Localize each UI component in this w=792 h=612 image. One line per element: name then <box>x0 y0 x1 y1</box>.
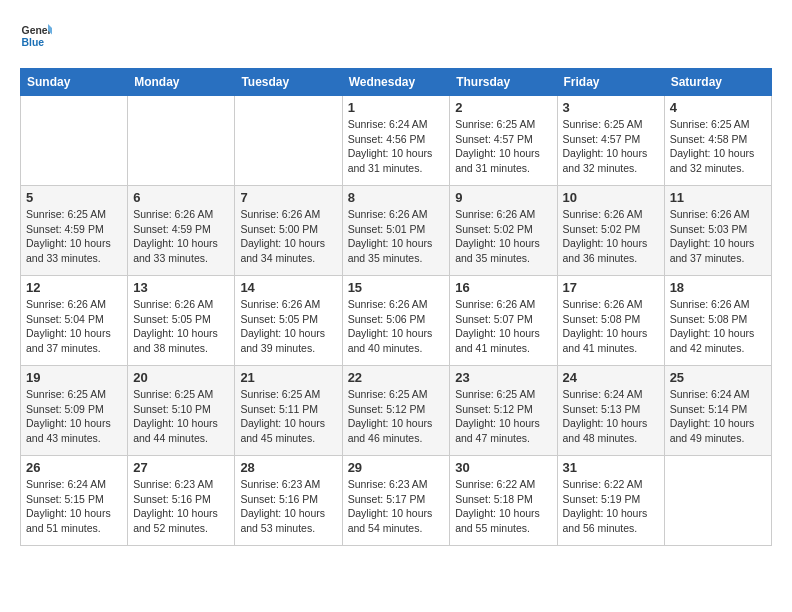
day-number: 13 <box>133 280 229 295</box>
calendar-cell <box>128 96 235 186</box>
calendar-cell <box>664 456 771 546</box>
day-number: 4 <box>670 100 766 115</box>
day-info: Sunrise: 6:25 AM Sunset: 5:11 PM Dayligh… <box>240 387 336 446</box>
logo-icon: General Blue <box>20 20 52 52</box>
calendar-cell: 2Sunrise: 6:25 AM Sunset: 4:57 PM Daylig… <box>450 96 557 186</box>
logo: General Blue <box>20 20 56 52</box>
day-info: Sunrise: 6:25 AM Sunset: 4:57 PM Dayligh… <box>455 117 551 176</box>
calendar-cell: 19Sunrise: 6:25 AM Sunset: 5:09 PM Dayli… <box>21 366 128 456</box>
day-info: Sunrise: 6:26 AM Sunset: 5:07 PM Dayligh… <box>455 297 551 356</box>
svg-text:Blue: Blue <box>22 37 45 48</box>
calendar-cell: 29Sunrise: 6:23 AM Sunset: 5:17 PM Dayli… <box>342 456 450 546</box>
day-info: Sunrise: 6:26 AM Sunset: 5:08 PM Dayligh… <box>563 297 659 356</box>
calendar-cell: 31Sunrise: 6:22 AM Sunset: 5:19 PM Dayli… <box>557 456 664 546</box>
day-info: Sunrise: 6:25 AM Sunset: 5:12 PM Dayligh… <box>455 387 551 446</box>
header-saturday: Saturday <box>664 69 771 96</box>
day-info: Sunrise: 6:26 AM Sunset: 5:02 PM Dayligh… <box>455 207 551 266</box>
day-info: Sunrise: 6:25 AM Sunset: 5:09 PM Dayligh… <box>26 387 122 446</box>
calendar-cell: 10Sunrise: 6:26 AM Sunset: 5:02 PM Dayli… <box>557 186 664 276</box>
calendar-cell: 28Sunrise: 6:23 AM Sunset: 5:16 PM Dayli… <box>235 456 342 546</box>
header-sunday: Sunday <box>21 69 128 96</box>
calendar-header-row: SundayMondayTuesdayWednesdayThursdayFrid… <box>21 69 772 96</box>
day-number: 5 <box>26 190 122 205</box>
calendar-cell: 18Sunrise: 6:26 AM Sunset: 5:08 PM Dayli… <box>664 276 771 366</box>
day-info: Sunrise: 6:22 AM Sunset: 5:19 PM Dayligh… <box>563 477 659 536</box>
calendar-week-5: 26Sunrise: 6:24 AM Sunset: 5:15 PM Dayli… <box>21 456 772 546</box>
day-number: 19 <box>26 370 122 385</box>
day-number: 3 <box>563 100 659 115</box>
calendar-cell: 16Sunrise: 6:26 AM Sunset: 5:07 PM Dayli… <box>450 276 557 366</box>
svg-text:General: General <box>22 25 52 36</box>
day-info: Sunrise: 6:23 AM Sunset: 5:17 PM Dayligh… <box>348 477 445 536</box>
calendar-cell: 20Sunrise: 6:25 AM Sunset: 5:10 PM Dayli… <box>128 366 235 456</box>
day-info: Sunrise: 6:26 AM Sunset: 5:00 PM Dayligh… <box>240 207 336 266</box>
day-number: 23 <box>455 370 551 385</box>
day-number: 1 <box>348 100 445 115</box>
day-info: Sunrise: 6:26 AM Sunset: 5:04 PM Dayligh… <box>26 297 122 356</box>
day-number: 2 <box>455 100 551 115</box>
day-number: 15 <box>348 280 445 295</box>
day-info: Sunrise: 6:24 AM Sunset: 5:14 PM Dayligh… <box>670 387 766 446</box>
day-number: 24 <box>563 370 659 385</box>
calendar-cell: 21Sunrise: 6:25 AM Sunset: 5:11 PM Dayli… <box>235 366 342 456</box>
calendar-cell: 1Sunrise: 6:24 AM Sunset: 4:56 PM Daylig… <box>342 96 450 186</box>
day-number: 22 <box>348 370 445 385</box>
day-info: Sunrise: 6:26 AM Sunset: 5:03 PM Dayligh… <box>670 207 766 266</box>
header-tuesday: Tuesday <box>235 69 342 96</box>
calendar-cell: 12Sunrise: 6:26 AM Sunset: 5:04 PM Dayli… <box>21 276 128 366</box>
calendar-cell: 23Sunrise: 6:25 AM Sunset: 5:12 PM Dayli… <box>450 366 557 456</box>
day-number: 25 <box>670 370 766 385</box>
day-number: 12 <box>26 280 122 295</box>
day-number: 9 <box>455 190 551 205</box>
calendar-cell: 22Sunrise: 6:25 AM Sunset: 5:12 PM Dayli… <box>342 366 450 456</box>
header: General Blue <box>20 20 772 52</box>
header-wednesday: Wednesday <box>342 69 450 96</box>
calendar-cell: 8Sunrise: 6:26 AM Sunset: 5:01 PM Daylig… <box>342 186 450 276</box>
day-info: Sunrise: 6:26 AM Sunset: 5:05 PM Dayligh… <box>240 297 336 356</box>
calendar-week-1: 1Sunrise: 6:24 AM Sunset: 4:56 PM Daylig… <box>21 96 772 186</box>
day-number: 6 <box>133 190 229 205</box>
calendar-week-4: 19Sunrise: 6:25 AM Sunset: 5:09 PM Dayli… <box>21 366 772 456</box>
calendar-cell <box>21 96 128 186</box>
day-number: 27 <box>133 460 229 475</box>
calendar-cell: 17Sunrise: 6:26 AM Sunset: 5:08 PM Dayli… <box>557 276 664 366</box>
day-number: 17 <box>563 280 659 295</box>
calendar-cell: 25Sunrise: 6:24 AM Sunset: 5:14 PM Dayli… <box>664 366 771 456</box>
day-number: 31 <box>563 460 659 475</box>
calendar-week-3: 12Sunrise: 6:26 AM Sunset: 5:04 PM Dayli… <box>21 276 772 366</box>
day-info: Sunrise: 6:26 AM Sunset: 5:02 PM Dayligh… <box>563 207 659 266</box>
day-number: 21 <box>240 370 336 385</box>
day-info: Sunrise: 6:26 AM Sunset: 5:05 PM Dayligh… <box>133 297 229 356</box>
calendar-cell: 24Sunrise: 6:24 AM Sunset: 5:13 PM Dayli… <box>557 366 664 456</box>
day-info: Sunrise: 6:23 AM Sunset: 5:16 PM Dayligh… <box>240 477 336 536</box>
day-number: 18 <box>670 280 766 295</box>
day-info: Sunrise: 6:25 AM Sunset: 4:58 PM Dayligh… <box>670 117 766 176</box>
day-info: Sunrise: 6:26 AM Sunset: 5:06 PM Dayligh… <box>348 297 445 356</box>
day-info: Sunrise: 6:26 AM Sunset: 4:59 PM Dayligh… <box>133 207 229 266</box>
day-number: 16 <box>455 280 551 295</box>
day-info: Sunrise: 6:26 AM Sunset: 5:08 PM Dayligh… <box>670 297 766 356</box>
day-info: Sunrise: 6:24 AM Sunset: 5:15 PM Dayligh… <box>26 477 122 536</box>
day-info: Sunrise: 6:22 AM Sunset: 5:18 PM Dayligh… <box>455 477 551 536</box>
day-info: Sunrise: 6:25 AM Sunset: 5:10 PM Dayligh… <box>133 387 229 446</box>
day-info: Sunrise: 6:24 AM Sunset: 4:56 PM Dayligh… <box>348 117 445 176</box>
calendar-cell: 3Sunrise: 6:25 AM Sunset: 4:57 PM Daylig… <box>557 96 664 186</box>
calendar-cell <box>235 96 342 186</box>
day-number: 30 <box>455 460 551 475</box>
calendar-cell: 13Sunrise: 6:26 AM Sunset: 5:05 PM Dayli… <box>128 276 235 366</box>
calendar-cell: 14Sunrise: 6:26 AM Sunset: 5:05 PM Dayli… <box>235 276 342 366</box>
calendar-week-2: 5Sunrise: 6:25 AM Sunset: 4:59 PM Daylig… <box>21 186 772 276</box>
day-info: Sunrise: 6:25 AM Sunset: 4:59 PM Dayligh… <box>26 207 122 266</box>
calendar-table: SundayMondayTuesdayWednesdayThursdayFrid… <box>20 68 772 546</box>
calendar-cell: 27Sunrise: 6:23 AM Sunset: 5:16 PM Dayli… <box>128 456 235 546</box>
day-number: 20 <box>133 370 229 385</box>
calendar-cell: 4Sunrise: 6:25 AM Sunset: 4:58 PM Daylig… <box>664 96 771 186</box>
header-monday: Monday <box>128 69 235 96</box>
calendar-cell: 7Sunrise: 6:26 AM Sunset: 5:00 PM Daylig… <box>235 186 342 276</box>
day-info: Sunrise: 6:25 AM Sunset: 5:12 PM Dayligh… <box>348 387 445 446</box>
day-number: 26 <box>26 460 122 475</box>
calendar-cell: 9Sunrise: 6:26 AM Sunset: 5:02 PM Daylig… <box>450 186 557 276</box>
day-number: 10 <box>563 190 659 205</box>
calendar-cell: 30Sunrise: 6:22 AM Sunset: 5:18 PM Dayli… <box>450 456 557 546</box>
calendar-cell: 15Sunrise: 6:26 AM Sunset: 5:06 PM Dayli… <box>342 276 450 366</box>
